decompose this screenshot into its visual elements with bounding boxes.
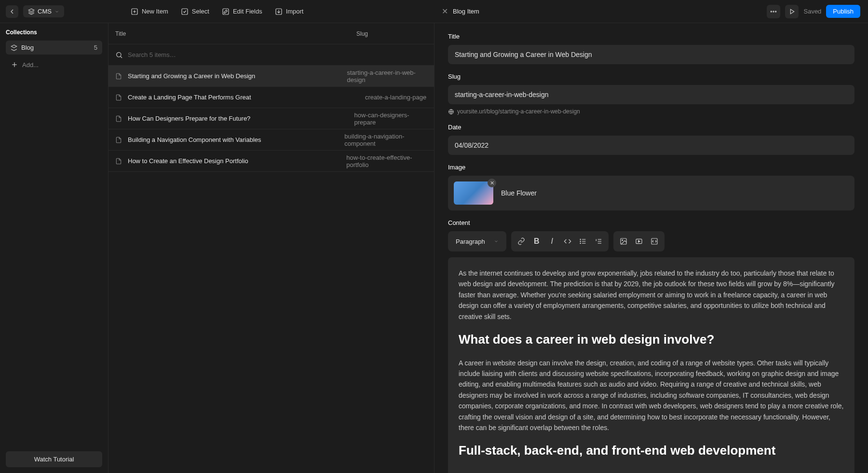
content-h2a: What does a career in web design involve… (459, 330, 844, 350)
collection-blog[interactable]: Blog 5 (6, 41, 102, 55)
detail-topbar: ✕ Blog Item Saved Publish (434, 0, 868, 23)
plus-icon (11, 61, 18, 69)
row-title: Starting and Growing a Career in Web Des… (128, 72, 341, 80)
row-slug: how-to-create-effective-portfolio (346, 154, 427, 168)
edit-fields-button[interactable]: Edit Fields (218, 5, 266, 18)
chevron-left-icon (8, 8, 16, 15)
collection-count: 5 (94, 44, 97, 51)
doc-icon (115, 137, 122, 143)
italic-button[interactable]: I (545, 234, 559, 249)
close-detail-button[interactable]: ✕ (442, 7, 448, 16)
content-editor[interactable]: As the internet continues to develop and… (448, 257, 854, 473)
olist-button[interactable] (591, 234, 606, 249)
link-button[interactable] (514, 234, 529, 249)
ulist-button[interactable] (576, 234, 590, 249)
content-toolbar: Paragraph B I (448, 231, 854, 251)
image-label: Image (448, 164, 854, 171)
image-remove-button[interactable]: ✕ (488, 179, 496, 187)
table-row[interactable]: How to Create an Effective Design Portfo… (108, 151, 434, 172)
sidebar: Collections Blog 5 Add... Watch Tutorial (0, 23, 108, 473)
svg-marker-11 (791, 9, 794, 14)
ulist-icon (579, 237, 587, 245)
image-field[interactable]: ✕ Blue Flower (448, 176, 854, 210)
paragraph-select[interactable]: Paragraph (451, 235, 503, 248)
layers-icon (28, 8, 35, 15)
doc-icon (115, 73, 122, 80)
doc-icon (115, 158, 122, 165)
svg-point-29 (622, 240, 623, 241)
th-title: Title (115, 30, 356, 37)
table-header: Title Slug (108, 23, 434, 44)
publish-button[interactable]: Publish (826, 5, 860, 18)
preview-button[interactable] (785, 5, 799, 18)
row-title: How to Create an Effective Design Portfo… (128, 157, 340, 165)
new-item-button[interactable]: New Item (127, 5, 172, 18)
dots-icon (770, 8, 777, 15)
doc-icon (115, 115, 122, 122)
search-input[interactable] (128, 51, 427, 58)
italic-icon: I (551, 237, 553, 246)
link-icon (517, 237, 525, 245)
image-thumbnail (454, 181, 493, 205)
row-slug: create-a-landing-page (365, 94, 426, 101)
chevron-down-icon (494, 239, 499, 244)
chevron-down-icon (54, 9, 59, 14)
add-collection-button[interactable]: Add... (6, 57, 102, 72)
code-button[interactable] (560, 234, 575, 249)
svg-marker-0 (28, 9, 34, 12)
code-icon (564, 237, 571, 245)
collection-name: Blog (21, 44, 34, 51)
slug-field[interactable] (448, 85, 854, 104)
content-h2b: Full-stack, back-end, and front-end web … (459, 441, 844, 461)
row-title: Building a Navigation Component with Var… (128, 136, 339, 143)
svg-point-23 (580, 241, 581, 241)
collections-heading: Collections (6, 29, 102, 36)
items-table: Title Slug Starting and Growing a Career… (108, 23, 434, 473)
import-icon (275, 8, 283, 15)
row-title: Create a Landing Page That Performs Grea… (128, 94, 359, 101)
bold-button[interactable]: B (529, 234, 544, 249)
svg-rect-5 (223, 9, 229, 14)
svg-point-22 (580, 239, 581, 239)
collection-icon (11, 44, 17, 51)
row-slug: building-a-navigation-component (344, 133, 427, 147)
slug-label: Slug (448, 73, 854, 80)
table-row[interactable]: Create a Landing Page That Performs Grea… (108, 87, 434, 108)
video-icon (635, 237, 643, 245)
date-label: Date (448, 124, 854, 131)
row-slug: how-can-designers-prepare (354, 111, 427, 126)
svg-marker-12 (11, 45, 17, 48)
play-icon (788, 8, 796, 15)
select-button[interactable]: Select (177, 5, 213, 18)
import-button[interactable]: Import (271, 5, 308, 18)
svg-point-24 (580, 243, 581, 243)
image-button[interactable] (616, 234, 631, 249)
row-title: How Can Designers Prepare for the Future… (128, 115, 348, 122)
doc-icon (115, 94, 122, 101)
table-row[interactable]: Starting and Growing a Career in Web Des… (108, 66, 434, 87)
table-row[interactable]: How Can Designers Prepare for the Future… (108, 108, 434, 129)
image-name: Blue Flower (501, 189, 537, 197)
table-row[interactable]: Building a Navigation Component with Var… (108, 129, 434, 151)
title-field[interactable] (448, 45, 854, 64)
back-button[interactable] (6, 5, 18, 18)
svg-rect-4 (182, 9, 188, 14)
globe-icon (448, 109, 454, 115)
embed-icon (651, 237, 658, 245)
svg-marker-31 (638, 240, 639, 242)
watch-tutorial-button[interactable]: Watch Tutorial (6, 451, 102, 467)
svg-line-16 (121, 56, 122, 57)
cms-label: CMS (38, 8, 52, 15)
video-button[interactable] (632, 234, 646, 249)
cms-menu[interactable]: CMS (23, 5, 64, 17)
detail-panel-title: Blog Item (453, 8, 479, 15)
embed-button[interactable] (647, 234, 662, 249)
bold-icon: B (534, 237, 540, 246)
search-row (108, 44, 434, 66)
content-p2: A career in website design can involve t… (459, 358, 844, 433)
detail-more-button[interactable] (767, 5, 780, 18)
plus-square-icon (131, 8, 138, 15)
content-p1: As the internet continues to develop and… (459, 268, 844, 322)
svg-point-9 (773, 11, 774, 12)
date-field[interactable] (448, 136, 854, 155)
